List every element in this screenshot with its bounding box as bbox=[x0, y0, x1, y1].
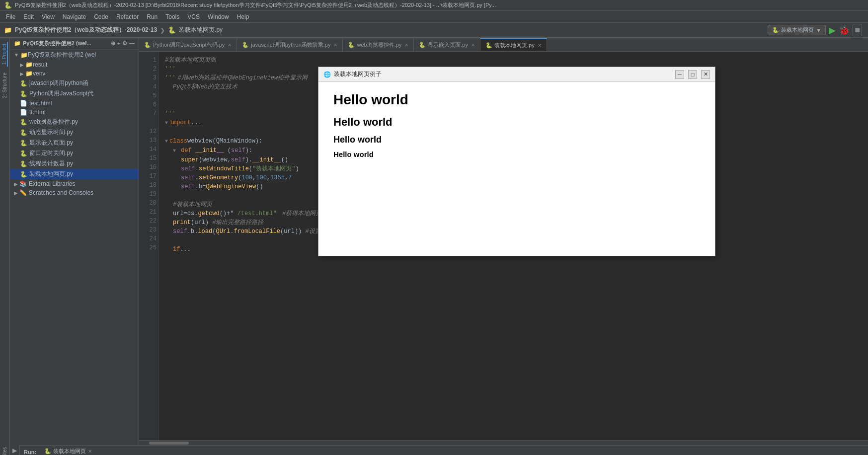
QWebEngineView: QWebEngineView bbox=[206, 183, 256, 190]
html-icon-2: 📄 bbox=[20, 109, 27, 116]
tab-load-webpage[interactable]: 🐍 装载本地网页.py ✕ bbox=[480, 38, 547, 51]
tab-close-2[interactable]: ✕ bbox=[333, 42, 337, 48]
print-call: print bbox=[173, 219, 191, 226]
run-tab-item[interactable]: 🐍 装载本地网页 ✕ bbox=[41, 447, 95, 455]
tree-thread-counter[interactable]: 🐍 线程类计数器.py bbox=[10, 158, 139, 169]
l15: super(webview,self).__init__() bbox=[181, 155, 288, 164]
run-label: Run: bbox=[24, 449, 36, 455]
sidebar-hide-btn[interactable]: — bbox=[129, 40, 135, 47]
hello-h4: Hello world bbox=[333, 150, 700, 158]
code-editor[interactable]: 1 2 3 4 5 6 7 12 13 14 15 16 17 18 19 20… bbox=[139, 52, 868, 440]
sidebar-settings-btn[interactable]: ⚙ bbox=[122, 40, 127, 47]
tab-icon-3: 🐍 bbox=[348, 42, 355, 48]
debug-button[interactable]: 🐞 bbox=[839, 25, 850, 36]
self-1: self bbox=[231, 147, 245, 154]
tab-close-4[interactable]: ✕ bbox=[471, 42, 475, 48]
menu-file[interactable]: File bbox=[2, 12, 19, 21]
l23-5: (url)) bbox=[280, 228, 305, 235]
external-libs-label: External Libraries bbox=[29, 180, 75, 187]
comment-6: #输出完整路径路径 bbox=[212, 219, 263, 226]
test-html-label: test.html bbox=[29, 100, 52, 107]
tab-close-5[interactable]: ✕ bbox=[538, 43, 542, 48]
tree-tt-html[interactable]: 📄 tt.html bbox=[10, 108, 139, 117]
tree-test-html[interactable]: 📄 test.html bbox=[10, 99, 139, 108]
dialog-window[interactable]: 🌐 装载本地网页例子 ─ □ ✕ Hello world Hello world… bbox=[318, 67, 715, 256]
dialog-title-bar: 🌐 装载本地网页例子 ─ □ ✕ bbox=[318, 67, 715, 82]
class-base: QMainWindow bbox=[216, 137, 255, 146]
tab-close-3[interactable]: ✕ bbox=[404, 42, 408, 48]
project-tab[interactable]: 1: Project bbox=[1, 42, 8, 67]
menu-help[interactable]: Help bbox=[233, 12, 253, 21]
tree-venv[interactable]: ▶ 📁 venv bbox=[10, 69, 139, 78]
py-icon-3: 🐍 bbox=[20, 119, 27, 126]
ext-arrow: ▶ bbox=[14, 181, 18, 187]
tree-external-libs[interactable]: ▶ 📚 External Libraries bbox=[10, 179, 139, 188]
py-icon-4: 🐍 bbox=[20, 129, 27, 136]
tree-web-browser[interactable]: 🐍 web浏览器控件.py bbox=[10, 117, 139, 127]
tab-close-1[interactable]: ✕ bbox=[228, 42, 232, 48]
menu-view[interactable]: View bbox=[38, 12, 59, 21]
tree-python-js[interactable]: 🐍 Python调用JavaScript代 bbox=[10, 88, 139, 99]
l25: if... bbox=[173, 245, 191, 254]
tab-js-python[interactable]: 🐍 javascript调用python函数阶乘.py ✕ bbox=[237, 38, 343, 51]
fold-btn-2[interactable]: ▼ bbox=[165, 137, 168, 146]
sidebar-sync-btn[interactable]: ⊕ bbox=[111, 40, 115, 47]
dialog-close-btn[interactable]: ✕ bbox=[701, 70, 710, 79]
tab-embed[interactable]: 🐍 显示嵌入页面.py ✕ bbox=[414, 38, 480, 51]
hello-h1: Hello world bbox=[333, 92, 700, 108]
load-call: load bbox=[198, 228, 212, 235]
scroll-thumb[interactable] bbox=[149, 442, 189, 445]
tree-load-webpage[interactable]: 🐍 装载本地网页.py bbox=[10, 169, 139, 179]
tree-embed-page[interactable]: 🐍 显示嵌入页面.py bbox=[10, 138, 139, 148]
comment-2: #用web浏览器控件QWebEngineView控件显示网 bbox=[178, 74, 308, 82]
horizontal-scrollbar[interactable] bbox=[139, 440, 868, 445]
l22: print(url) #输出完整路径路径 bbox=[173, 218, 263, 227]
init-args-end: ): bbox=[245, 147, 252, 154]
dialog-icon: 🌐 bbox=[323, 71, 331, 78]
left-nav-strip: 1: Project 2: Structure bbox=[0, 38, 10, 445]
structure-tab[interactable]: 2: Structure bbox=[2, 71, 7, 100]
tree-javascrip[interactable]: 🐍 javascrip调用python函 bbox=[10, 78, 139, 88]
class-kw: class bbox=[169, 137, 187, 146]
tree-window-close[interactable]: 🐍 窗口定时关闭.py bbox=[10, 148, 139, 158]
menu-tools[interactable]: Tools bbox=[161, 12, 183, 21]
run-tab-close[interactable]: ✕ bbox=[88, 449, 92, 454]
sidebar-header: 📁 PyQt5复杂控件使用2 (wel... ⊕ ÷ ⚙ — bbox=[10, 38, 139, 50]
py-icon-2: 🐍 bbox=[20, 90, 27, 97]
run-button[interactable]: ▶ bbox=[829, 25, 836, 36]
fold-btn-3[interactable]: ▼ bbox=[173, 148, 176, 153]
dialog-minimize-btn[interactable]: ─ bbox=[675, 70, 684, 79]
menu-code[interactable]: Code bbox=[90, 12, 112, 21]
ext-icon: 📚 bbox=[19, 180, 27, 187]
string-2: ''' bbox=[165, 74, 176, 82]
menu-vcs[interactable]: VCS bbox=[183, 12, 204, 21]
py-icon-5: 🐍 bbox=[20, 140, 27, 147]
menu-run[interactable]: Run bbox=[143, 12, 161, 21]
tree-dynamic-time[interactable]: 🐍 动态显示时间.py bbox=[10, 127, 139, 138]
menu-window[interactable]: Window bbox=[204, 12, 233, 21]
l15-3: ). bbox=[245, 156, 252, 163]
tree-scratches[interactable]: ▶ ✏️ Scratches and Consoles bbox=[10, 188, 139, 197]
hello-h2: Hello world bbox=[333, 116, 700, 129]
tab-bar: 🐍 Python调用JavaScript代码.py ✕ 🐍 javascript… bbox=[139, 38, 868, 52]
def-indent: ▼ def __init__ (self): bbox=[173, 146, 252, 155]
tab-label-2: javascript调用python函数阶乘.py bbox=[251, 41, 330, 49]
menu-edit[interactable]: Edit bbox=[19, 12, 38, 21]
run-config-dropdown[interactable]: 🐍 装载本地网页 ▼ bbox=[768, 25, 826, 35]
QUrl: QUrl bbox=[216, 228, 230, 235]
tree-root[interactable]: ▼ 📁 PyQt5复杂控件使用2 (wel bbox=[10, 50, 139, 60]
fold-btn-1[interactable]: ▼ bbox=[165, 119, 168, 128]
tab-web-browser[interactable]: 🐍 web浏览器控件.py ✕ bbox=[343, 38, 414, 51]
l16: self.setWindowTitle("装载本地网页") bbox=[181, 164, 299, 173]
l22-2: (url) bbox=[191, 219, 212, 226]
tab-python-js[interactable]: 🐍 Python调用JavaScript代码.py ✕ bbox=[139, 38, 237, 51]
breadcrumb-sep: ❯ bbox=[160, 27, 165, 34]
menu-navigate[interactable]: Navigate bbox=[59, 12, 90, 21]
tree-result[interactable]: ▶ 📁 result bbox=[10, 60, 139, 69]
favorites-label[interactable]: Favorites bbox=[2, 447, 7, 455]
dialog-maximize-btn[interactable]: □ bbox=[688, 70, 697, 79]
stop-button[interactable]: ■ bbox=[853, 24, 862, 36]
menu-refactor[interactable]: Refactor bbox=[112, 12, 143, 21]
play-icon[interactable]: ▶ bbox=[12, 447, 17, 454]
sidebar-collapse-btn[interactable]: ÷ bbox=[117, 40, 120, 47]
